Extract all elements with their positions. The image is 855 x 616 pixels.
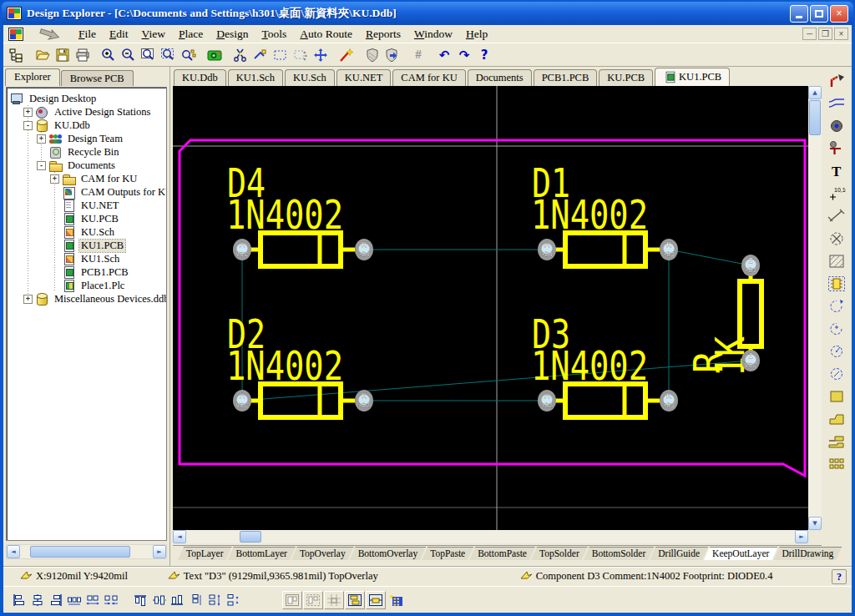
undo-button[interactable]: ↶: [434, 45, 454, 65]
design-manager-button[interactable]: [7, 45, 27, 65]
clear-error-shield-button[interactable]: [382, 45, 402, 65]
layer-tab-drillguide[interactable]: DrillGuide: [650, 547, 708, 560]
menu-file[interactable]: File: [72, 27, 103, 42]
tree-item-cam-for-ku[interactable]: +CAM for KU: [7, 172, 166, 185]
distribute-vertical-button[interactable]: [187, 592, 205, 608]
component-D1[interactable]: D1 1N4002 A+D4 K+D3: [531, 159, 678, 266]
selection-rect-button[interactable]: [271, 45, 291, 65]
pad[interactable]: A+D2: [538, 390, 556, 412]
title-bar[interactable]: Design Explorer - [C:\Documents and Sett…: [2, 2, 853, 25]
pad[interactable]: 2+D3: [741, 255, 760, 276]
tree-item-ku1-pcb[interactable]: KU1.PCB: [7, 239, 166, 252]
tree-item-documents[interactable]: -Documents: [7, 159, 166, 172]
open-button[interactable]: [33, 45, 53, 65]
distribute-horizontal-button[interactable]: [65, 592, 83, 608]
pad[interactable]: K+D2: [355, 390, 373, 412]
print-button[interactable]: [73, 45, 93, 65]
zoom-window-button[interactable]: [139, 45, 159, 65]
wizard-button[interactable]: [336, 45, 357, 65]
align-top-button[interactable]: [132, 592, 150, 608]
tree-item-ku-pcb[interactable]: KU.PCB: [7, 212, 166, 225]
menu-view[interactable]: View: [135, 27, 172, 42]
menu-design[interactable]: Design: [210, 27, 255, 42]
tree-item-active-design-stations[interactable]: +Active Design Stations: [7, 105, 166, 119]
dimension-button[interactable]: [826, 206, 847, 226]
component-D4[interactable]: D4 1N4002 AVCC K+D4: [226, 159, 373, 266]
tree-item-ku-sch[interactable]: KU.Sch: [7, 225, 166, 239]
select-hook-button[interactable]: [250, 45, 271, 65]
menu-place[interactable]: Place: [172, 27, 210, 42]
scroll-left-button[interactable]: ◄: [7, 545, 20, 558]
interactive-routing-button[interactable]: [826, 71, 847, 91]
panel-horizontal-scrollbar[interactable]: ◄ ►: [6, 544, 167, 559]
pad-jumper-pair-button[interactable]: [345, 591, 365, 609]
grid-button[interactable]: #: [408, 45, 428, 65]
layer-tab-topoverlay[interactable]: TopOverlay: [291, 547, 354, 560]
zoom-in-button[interactable]: [99, 45, 119, 65]
mdi-minimize-button[interactable]: ─: [802, 28, 817, 40]
scroll-thumb[interactable]: [240, 531, 261, 543]
tree-item-ku1-sch[interactable]: KU1.Sch: [7, 252, 166, 265]
tree-item-ku-net[interactable]: KU.NET: [7, 199, 166, 212]
component-button[interactable]: [826, 274, 847, 294]
increase-vertical-spacing-button[interactable]: [205, 592, 224, 608]
help-button[interactable]: ?: [474, 45, 494, 65]
expand-box[interactable]: -: [37, 161, 46, 170]
pad[interactable]: K+D3: [660, 239, 678, 260]
doc-tab-ku1-sch[interactable]: KU1.Sch: [228, 69, 283, 86]
align-center-horizontal-button[interactable]: [28, 592, 47, 608]
mdi-restore-button[interactable]: ❐: [818, 28, 832, 40]
doc-tab-cam-for-ku[interactable]: CAM for KU: [392, 69, 465, 86]
layer-tab-toppaste[interactable]: TopPaste: [422, 547, 473, 560]
snapshot-button[interactable]: [205, 45, 225, 65]
component-R[interactable]: R 1K 2+D3 1VCC: [685, 255, 761, 376]
expand-box[interactable]: +: [23, 108, 33, 117]
component-D2[interactable]: D2 1N4002 AVCC K+D2: [226, 311, 373, 417]
doc-tab-ku1-pcb-active[interactable]: KU1.PCB: [655, 68, 730, 86]
scroll-up-button[interactable]: ▲: [808, 86, 822, 99]
minimize-button[interactable]: [790, 5, 808, 23]
protel-icon[interactable]: [8, 28, 23, 41]
canvas-vertical-scrollbar[interactable]: ▲ ▼: [808, 86, 822, 530]
layer-tab-bottomoverlay[interactable]: BottomOverlay: [350, 547, 427, 560]
decrease-vertical-spacing-button[interactable]: [224, 592, 242, 608]
pad[interactable]: AVCC: [233, 239, 251, 260]
move-button[interactable]: [311, 45, 331, 65]
arrange-within-room-button[interactable]: [282, 591, 302, 609]
scroll-left-button[interactable]: ◄: [173, 530, 186, 543]
center-vertical-button[interactable]: [150, 592, 169, 608]
layer-tab-toplayer[interactable]: TopLayer: [178, 547, 232, 560]
doc-tab-documents[interactable]: Documents: [468, 69, 532, 86]
pcb-editor-canvas[interactable]: D4 1N4002 AVCC K+D4 D1 1N4002 A+D4 K+D3 …: [173, 86, 808, 530]
pad[interactable]: K+D4: [355, 239, 373, 260]
pad-button[interactable]: [826, 116, 847, 136]
menu-reports[interactable]: Reports: [359, 27, 407, 42]
cut-button[interactable]: [230, 45, 250, 65]
canvas-horizontal-scrollbar[interactable]: ◄ ►: [173, 530, 808, 543]
arc-edge-button[interactable]: [826, 296, 847, 316]
tree-item-pcb1-pcb[interactable]: PCB1.PCB: [7, 265, 166, 279]
layer-tab-drilldrawing[interactable]: DrillDrawing: [773, 547, 842, 560]
layer-tab-bottompaste[interactable]: BottomPaste: [469, 547, 535, 560]
polygon-plane-button[interactable]: [826, 409, 847, 429]
menu-help[interactable]: Help: [459, 27, 494, 42]
fill-hatch-button[interactable]: [826, 251, 847, 271]
full-circle-button[interactable]: [826, 364, 847, 384]
menu-edit[interactable]: Edit: [103, 27, 135, 42]
pad-jumper-button[interactable]: [366, 591, 386, 609]
expand-box[interactable]: +: [37, 134, 46, 144]
string-button[interactable]: T: [826, 161, 847, 181]
tree-item-place1-plc[interactable]: Place1.Plc: [7, 279, 166, 292]
doc-tab-ku-sch[interactable]: KU.Sch: [285, 69, 335, 86]
align-right-button[interactable]: [47, 592, 65, 608]
menu-window[interactable]: Window: [407, 27, 459, 42]
via-button[interactable]: [826, 139, 847, 159]
tree-item-ku-ddb[interactable]: -KU.Ddb: [7, 119, 166, 132]
zoom-selection-button[interactable]: [159, 45, 179, 65]
pad[interactable]: AVCC: [233, 390, 251, 412]
doc-tab-ku-ddb[interactable]: KU.Ddb: [174, 69, 226, 86]
doc-tab-pcb1-pcb[interactable]: PCB1.PCB: [534, 69, 598, 86]
scroll-right-button[interactable]: ►: [153, 545, 166, 558]
layer-tab-keepoutlayer[interactable]: KeepOutLayer: [704, 547, 777, 560]
expand-box[interactable]: +: [50, 174, 59, 184]
